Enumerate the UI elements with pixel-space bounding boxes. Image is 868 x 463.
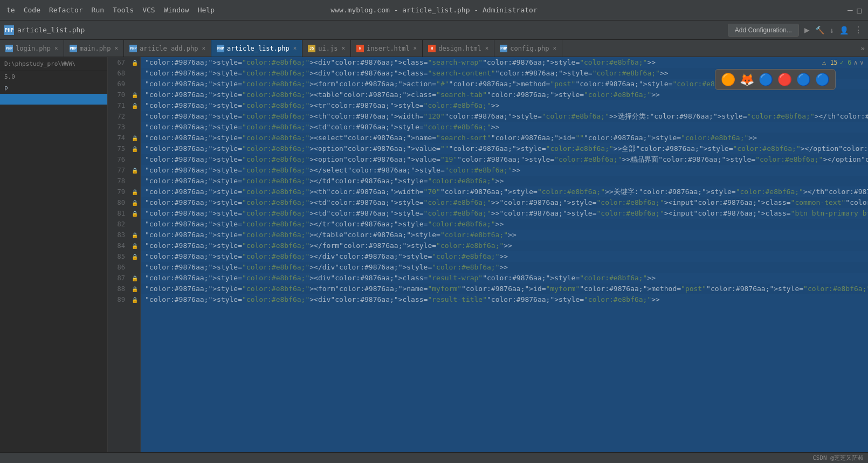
line-number-72: 72: [108, 111, 129, 122]
tab-close-article_list[interactable]: ×: [293, 45, 297, 52]
breakpoint-cell-72[interactable]: [129, 111, 140, 122]
menu-code[interactable]: Code: [24, 6, 40, 14]
tab-label-article_list: article_list.php: [227, 45, 290, 52]
breakpoint-cell-86[interactable]: [129, 262, 140, 273]
tab-config_php[interactable]: PHPconfig.php×: [494, 40, 562, 57]
menu-te[interactable]: te: [6, 6, 15, 14]
run-icon[interactable]: ▶: [803, 24, 811, 36]
breakpoint-icon: 🔒: [132, 200, 138, 206]
breakpoint-cell-68[interactable]: [129, 68, 140, 79]
sidebar-selected-item[interactable]: [0, 94, 107, 105]
chrome-icon[interactable]: 🟠: [721, 73, 735, 86]
update-icon[interactable]: ↓: [829, 25, 835, 36]
file-toolbar: PHP article_list.php Add Configuration..…: [0, 20, 868, 40]
breakpoint-cell-70[interactable]: 🔒: [129, 89, 140, 100]
tab-article_list[interactable]: PHParticle_list.php×: [211, 40, 302, 57]
edge-icon[interactable]: 🔵: [815, 73, 830, 86]
tab-close-design_html[interactable]: ×: [485, 45, 489, 52]
safari-icon[interactable]: 🔵: [759, 73, 773, 86]
build-icon[interactable]: 🔨: [814, 25, 825, 36]
breakpoint-cell-74[interactable]: 🔒: [129, 133, 140, 143]
code-line-70: "color:#9876aa;">style="color:#e8bf6a;">…: [141, 89, 868, 100]
menu-refactor[interactable]: Refactor: [49, 6, 83, 14]
breakpoint-cell-88[interactable]: 🔒: [129, 284, 140, 294]
menu-tools[interactable]: Tools: [113, 6, 134, 14]
line-number-79: 79: [108, 186, 129, 197]
breakpoint-cell-67[interactable]: 🔒: [129, 57, 140, 68]
code-line-75: "color:#9876aa;">style="color:#e8bf6a;">…: [141, 143, 868, 154]
code-line-89: "color:#9876aa;">style="color:#e8bf6a;">…: [141, 294, 868, 305]
line-number-82: 82: [108, 219, 129, 230]
status-text: CSDN @芝芝又茫叔: [812, 454, 864, 462]
code-line-78: "color:#9876aa;">style="color:#e8bf6a;">…: [141, 176, 868, 186]
tab-php-icon: PHP: [500, 45, 507, 52]
breakpoint-cell-71[interactable]: 🔒: [129, 100, 140, 111]
breakpoint-cell-69[interactable]: [129, 79, 140, 89]
tab-close-login[interactable]: ×: [54, 45, 58, 52]
breakpoint-cell-85[interactable]: 🔒: [129, 251, 140, 262]
tab-insert_html[interactable]: Hinsert.html×: [351, 40, 423, 57]
breakpoint-cell-73[interactable]: [129, 122, 140, 133]
line-number-77: 77: [108, 165, 129, 176]
tab-label-ui_js: ui.js: [318, 45, 337, 52]
code-line-79: "color:#9876aa;">style="color:#e8bf6a;">…: [141, 186, 868, 197]
code-line-67: "color:#9876aa;">style="color:#e8bf6a;">…: [141, 57, 868, 68]
menu-window[interactable]: Window: [164, 6, 189, 14]
breakpoint-cell-80[interactable]: 🔒: [129, 197, 140, 208]
menu-run[interactable]: Run: [92, 6, 104, 14]
tab-html-icon: H: [356, 45, 364, 52]
line-number-83: 83: [108, 230, 129, 240]
code-line-80: "color:#9876aa;">style="color:#e8bf6a;">…: [141, 197, 868, 208]
add-configuration-button[interactable]: Add Configuration...: [728, 24, 799, 37]
line-number-78: 78: [108, 176, 129, 186]
firefox-icon[interactable]: 🦊: [740, 73, 754, 86]
tab-label-main: main.php: [80, 45, 111, 52]
more-icon[interactable]: ⋮: [853, 24, 864, 36]
line-number-71: 71: [108, 100, 129, 111]
breakpoint-cell-76[interactable]: [129, 154, 140, 165]
window-minimize-btn[interactable]: —: [848, 5, 853, 15]
breakpoint-cell-87[interactable]: 🔒: [129, 273, 140, 284]
ie-icon[interactable]: 🔵: [796, 73, 811, 86]
line-number-76: 76: [108, 154, 129, 165]
tab-php-icon: PHP: [129, 45, 137, 52]
breakpoint-cell-81[interactable]: 🔒: [129, 208, 140, 219]
tab-close-config_php[interactable]: ×: [553, 45, 557, 52]
menu-help[interactable]: Help: [198, 6, 215, 14]
tabs-overflow-arrow[interactable]: »: [857, 44, 868, 52]
code-line-85: "color:#9876aa;">style="color:#e8bf6a;">…: [141, 251, 868, 262]
scroll-down-icon[interactable]: ∨: [860, 59, 864, 66]
tab-article_add[interactable]: PHParticle_add.php×: [124, 40, 211, 57]
sidebar-item-p[interactable]: p: [0, 82, 107, 93]
line-number-81: 81: [108, 208, 129, 219]
breakpoint-cell-77[interactable]: 🔒: [129, 165, 140, 176]
tab-ui_js[interactable]: JSui.js×: [302, 40, 351, 57]
line-number-88: 88: [108, 284, 129, 294]
tab-login[interactable]: PHPlogin.php×: [0, 40, 64, 57]
tab-design_html[interactable]: Hdesign.html×: [423, 40, 494, 57]
breakpoint-cell-79[interactable]: 🔒: [129, 186, 140, 197]
tab-close-ui_js[interactable]: ×: [341, 45, 345, 52]
tab-main[interactable]: PHPmain.php×: [64, 40, 124, 57]
breakpoint-cell-78[interactable]: [129, 176, 140, 186]
tab-close-article_add[interactable]: ×: [202, 45, 205, 52]
breakpoint-cell-83[interactable]: 🔒: [129, 230, 140, 240]
breakpoint-cell-82[interactable]: [129, 219, 140, 230]
breakpoint-cell-89[interactable]: 🔒: [129, 294, 140, 305]
opera-icon[interactable]: 🔴: [777, 73, 792, 86]
file-php-icon: PHP: [4, 25, 14, 35]
sidebar-version: 5.0: [0, 71, 107, 82]
tab-close-insert_html[interactable]: ×: [414, 45, 417, 52]
tab-close-main[interactable]: ×: [114, 45, 118, 52]
breakpoint-icon: 🔒: [132, 146, 138, 152]
breakpoint-cell-75[interactable]: 🔒: [129, 143, 140, 154]
line-number-70: 70: [108, 89, 129, 100]
menu-vcs[interactable]: VCS: [142, 6, 155, 14]
code-content: ⚠ 15 ✓ 6 ∧ ∨ 🟠 🦊 🔵 🔴 🔵 🔵 "color:#9876aa;…: [141, 57, 868, 463]
profile-icon[interactable]: 👤: [838, 25, 850, 36]
scroll-up-icon[interactable]: ∧: [854, 59, 858, 66]
window-maximize-btn[interactable]: □: [857, 6, 862, 15]
breakpoint-cell-84[interactable]: 🔒: [129, 240, 140, 251]
window-controls: — □: [848, 5, 862, 15]
breakpoint-column: 🔒🔒🔒🔒🔒🔒🔒🔒🔒🔒🔒🔒🔒🔒🔒: [129, 57, 140, 463]
